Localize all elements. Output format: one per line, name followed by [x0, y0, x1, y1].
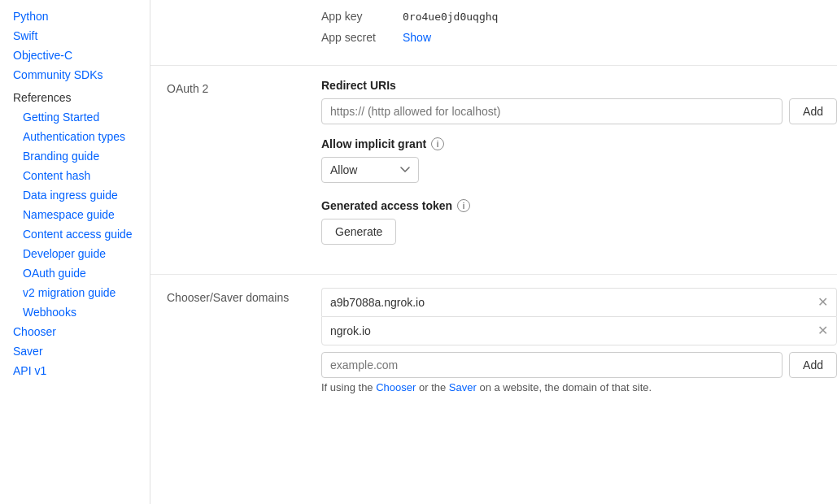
allow-implicit-grant-label: Allow implicit grant i — [321, 137, 837, 150]
sidebar-item-community-sdks[interactable]: Community SDKs — [0, 65, 150, 85]
sidebar: Python Swift Objective-C Community SDKs … — [0, 0, 150, 504]
redirect-uris-input-row: Add — [321, 98, 837, 124]
domain-row-0: a9b7088a.ngrok.io ✕ — [321, 288, 837, 316]
domain-value-0: a9b7088a.ngrok.io — [330, 296, 425, 309]
domain-input[interactable] — [321, 352, 783, 378]
oauth2-label: OAuth 2 — [150, 79, 321, 261]
remove-domain-1-button[interactable]: ✕ — [817, 324, 828, 337]
app-credentials-label-col — [150, 0, 321, 52]
app-credentials-section: App key 0ro4ue0jd0uqghq App secret Show — [150, 0, 837, 52]
help-text-end: on a website, the domain of that site. — [477, 381, 652, 393]
allow-implicit-grant-label-text: Allow implicit grant — [321, 137, 426, 150]
saver-help-link[interactable]: Saver — [449, 381, 477, 393]
sidebar-references-header: References — [0, 85, 150, 107]
sidebar-item-content-hash[interactable]: Content hash — [0, 166, 150, 185]
redirect-uris-add-button[interactable]: Add — [789, 98, 837, 124]
oauth2-content: Redirect URIs Add Allow implicit grant i… — [321, 79, 837, 261]
divider-1 — [150, 65, 837, 66]
sidebar-item-api-v1[interactable]: API v1 — [0, 361, 150, 380]
sidebar-item-oauth-guide[interactable]: OAuth guide — [0, 263, 150, 283]
divider-2 — [150, 274, 837, 275]
sidebar-item-getting-started[interactable]: Getting Started — [0, 107, 150, 127]
app-key-label: App key — [321, 10, 403, 23]
app-key-value: 0ro4ue0jd0uqghq — [403, 11, 498, 23]
generated-access-token-label: Generated access token i — [321, 199, 837, 212]
sidebar-item-chooser[interactable]: Chooser — [0, 322, 150, 341]
sidebar-item-content-access-guide[interactable]: Content access guide — [0, 224, 150, 244]
generate-token-button[interactable]: Generate — [321, 219, 396, 245]
chooser-saver-content: a9b7088a.ngrok.io ✕ ngrok.io ✕ Add If us… — [321, 288, 837, 393]
app-key-row: App key 0ro4ue0jd0uqghq — [321, 10, 837, 23]
sidebar-item-authentication-types[interactable]: Authentication types — [0, 127, 150, 146]
help-text-prefix: If using the — [321, 381, 376, 393]
allow-implicit-grant-dropdown[interactable]: Allow Disallow — [321, 157, 419, 183]
app-secret-label: App secret — [321, 31, 403, 44]
domain-value-1: ngrok.io — [330, 324, 371, 337]
sidebar-item-swift[interactable]: Swift — [0, 26, 150, 46]
sidebar-item-webhooks[interactable]: Webhooks — [0, 302, 150, 322]
chooser-saver-help-text: If using the Chooser or the Saver on a w… — [321, 381, 837, 393]
chooser-saver-section: Chooser/Saver domains a9b7088a.ngrok.io … — [150, 288, 837, 393]
sidebar-item-data-ingress-guide[interactable]: Data ingress guide — [0, 185, 150, 205]
generated-access-token-info-icon[interactable]: i — [457, 199, 470, 212]
oauth2-section: OAuth 2 Redirect URIs Add Allow implicit… — [150, 79, 837, 261]
redirect-uris-label-text: Redirect URIs — [321, 79, 396, 92]
sidebar-item-objective-c[interactable]: Objective-C — [0, 46, 150, 65]
sidebar-item-v2-migration-guide[interactable]: v2 migration guide — [0, 283, 150, 302]
redirect-uris-input[interactable] — [321, 98, 783, 124]
remove-domain-0-button[interactable]: ✕ — [817, 296, 828, 309]
sidebar-item-saver[interactable]: Saver — [0, 341, 150, 361]
chooser-saver-label: Chooser/Saver domains — [150, 288, 321, 393]
main-content: App key 0ro4ue0jd0uqghq App secret Show … — [150, 0, 837, 504]
help-text-middle: or the — [416, 381, 448, 393]
domain-add-button[interactable]: Add — [789, 352, 837, 378]
sidebar-item-branding-guide[interactable]: Branding guide — [0, 146, 150, 166]
sidebar-item-developer-guide[interactable]: Developer guide — [0, 244, 150, 263]
generated-access-token-label-text: Generated access token — [321, 199, 452, 212]
domain-input-row: Add — [321, 352, 837, 378]
chooser-help-link[interactable]: Chooser — [376, 381, 416, 393]
app-credentials-content: App key 0ro4ue0jd0uqghq App secret Show — [321, 0, 837, 52]
app-secret-row: App secret Show — [321, 31, 837, 44]
allow-implicit-grant-dropdown-wrapper: Allow Disallow — [321, 157, 837, 183]
sidebar-item-python[interactable]: Python — [0, 7, 150, 26]
allow-implicit-grant-info-icon[interactable]: i — [431, 137, 444, 150]
sidebar-item-namespace-guide[interactable]: Namespace guide — [0, 205, 150, 224]
domain-row-1: ngrok.io ✕ — [321, 316, 837, 345]
redirect-uris-label: Redirect URIs — [321, 79, 837, 92]
show-secret-link[interactable]: Show — [403, 31, 431, 44]
